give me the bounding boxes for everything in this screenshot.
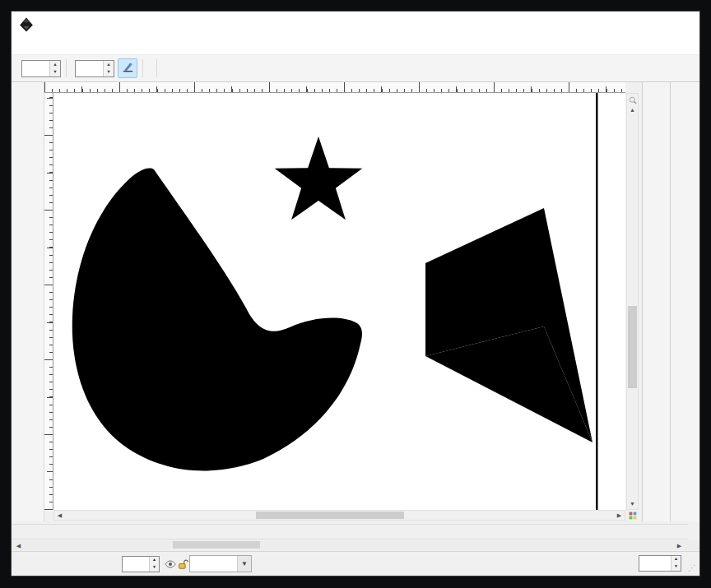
width-spinner-arrows[interactable]: ▲▼ <box>49 61 60 76</box>
force-spinner[interactable]: ▲▼ <box>75 60 114 77</box>
fill-swatch[interactable] <box>620 58 686 67</box>
green-crescent-shape[interactable] <box>72 169 362 471</box>
opacity-spinner[interactable]: ▲▼ <box>122 556 160 572</box>
layer-selector[interactable]: ▼ <box>189 555 252 572</box>
titlebar[interactable] <box>12 12 699 37</box>
pressure-icon <box>122 61 134 76</box>
zoom-corner-icon[interactable] <box>628 94 638 104</box>
palette-scroll-thumb[interactable] <box>173 541 260 549</box>
toolbox <box>12 82 44 521</box>
horizontal-ruler[interactable] <box>44 82 625 93</box>
layer-visibility-eye-icon[interactable] <box>165 558 176 570</box>
statusbar: ▲▼ ▼ ▲▼ ⋰ <box>12 551 699 576</box>
menubar <box>12 37 699 55</box>
canvas[interactable] <box>53 93 625 510</box>
inkscape-window: ▲▼ ▲▼ <box>12 12 699 576</box>
use-pressure-toggle[interactable] <box>118 58 137 78</box>
scroll-down-arrow[interactable]: ▼ <box>627 498 638 509</box>
vertical-ruler[interactable] <box>44 93 53 510</box>
scroll-up-arrow[interactable]: ▲ <box>627 104 638 115</box>
page-border-line <box>596 93 598 510</box>
minimize-button[interactable] <box>588 12 625 37</box>
orange-circle-shape[interactable] <box>488 93 625 189</box>
inkscape-logo-icon <box>19 17 34 32</box>
close-button[interactable] <box>662 12 699 37</box>
tool-fill-stroke-indicator <box>573 57 696 80</box>
zoom-spinner[interactable]: ▲▼ <box>639 555 681 572</box>
color-management-icon[interactable] <box>627 510 639 521</box>
horizontal-scroll-thumb[interactable] <box>256 512 404 519</box>
scroll-left-arrow[interactable]: ◀ <box>54 510 65 521</box>
chevron-down-icon: ▼ <box>237 556 251 572</box>
box3d-shape[interactable] <box>425 208 592 442</box>
status-stroke-swatch[interactable] <box>54 566 97 575</box>
palette-scroll-left-arrow[interactable]: ◀ <box>13 540 24 551</box>
commands-bar <box>642 82 670 521</box>
resize-grip[interactable]: ⋰ <box>688 564 698 574</box>
layer-lock-icon[interactable] <box>177 558 188 570</box>
main-area: ▲ ▼ ◀ ▶ <box>12 82 699 521</box>
desktop-backdrop: ▲▼ ▲▼ <box>0 0 711 588</box>
vertical-scroll-thumb[interactable] <box>628 306 637 388</box>
maximize-button[interactable] <box>625 12 662 37</box>
color-palette <box>12 524 688 539</box>
status-fill-swatch[interactable] <box>54 555 97 564</box>
scroll-right-arrow[interactable]: ▶ <box>614 510 625 521</box>
width-spinner[interactable]: ▲▼ <box>21 60 61 77</box>
force-spinner-arrows[interactable]: ▲▼ <box>103 61 114 76</box>
horizontal-scrollbar[interactable]: ◀ ▶ <box>53 510 625 521</box>
yellow-star-shape[interactable] <box>275 137 363 220</box>
palette-scroll-right-arrow[interactable]: ▶ <box>674 540 685 551</box>
snap-controls-bar <box>670 82 699 521</box>
palette-scrollbar[interactable]: ◀ ▶ <box>12 540 699 550</box>
vertical-scrollbar[interactable]: ▲ ▼ <box>626 93 639 510</box>
